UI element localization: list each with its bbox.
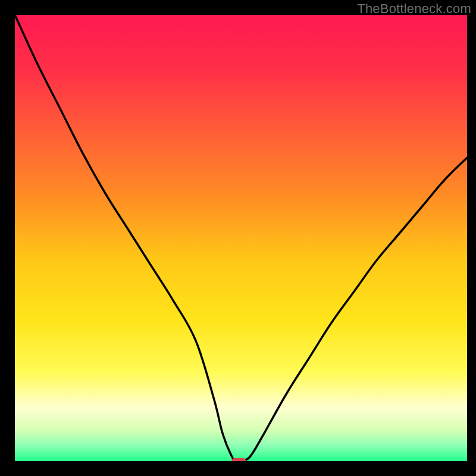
optimum-marker (231, 458, 246, 461)
plot-area (15, 15, 467, 461)
gradient-background (15, 15, 467, 461)
watermark-text: TheBottleneck.com (357, 1, 471, 17)
chart-svg (15, 15, 467, 461)
chart-frame: TheBottleneck.com (0, 0, 476, 476)
